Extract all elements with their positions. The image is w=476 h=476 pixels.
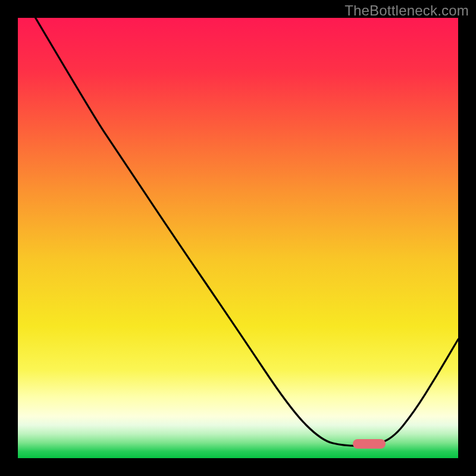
watermark-text: TheBottleneck.com xyxy=(345,2,469,19)
minimum-marker xyxy=(353,439,386,449)
plot-area xyxy=(18,18,458,458)
curve-line xyxy=(18,18,458,458)
outer-frame: TheBottleneck.com xyxy=(0,0,476,476)
